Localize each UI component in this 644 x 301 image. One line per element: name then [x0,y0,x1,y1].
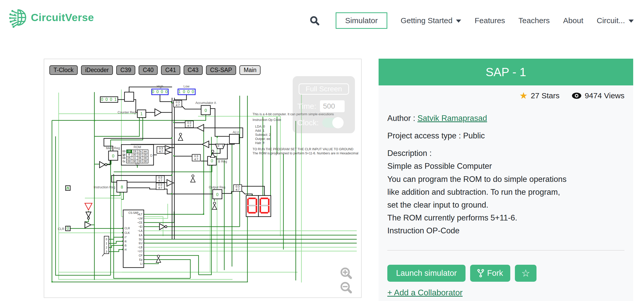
nav-circuit-menu[interactable]: Circuit... [597,16,634,25]
svg-text:0: 0 [216,192,219,197]
toggle-knob [332,117,344,128]
not-gate[interactable] [86,212,91,219]
clock-toggle[interactable] [322,118,343,128]
tab-c43[interactable]: C43 [184,65,203,75]
svg-text:CLR: CLR [124,227,130,230]
description-line: set the clear input to ground. [387,199,624,211]
svg-text:1 0 0 0: 1 0 0 0 [178,90,195,94]
svg-text:0 0 0 0: 0 0 0 0 [152,90,168,94]
svg-text:08: 08 [128,150,131,153]
access-value: Public [463,131,485,140]
tab-idecoder[interactable]: iDecoder [81,65,113,75]
nav-teachers[interactable]: Teachers [518,16,550,25]
tab-c41[interactable]: C41 [161,65,180,75]
zoom-out-icon[interactable] [339,281,353,294]
power-element[interactable] [85,203,92,210]
fork-icon [477,269,484,278]
input-word-element[interactable]: 0 0 0 1 [100,97,118,102]
add-collaborator-link[interactable]: + Add a Collaborator [387,288,463,297]
project-title: SAP - 1 [379,59,633,85]
nav-simulator[interactable]: Simulator [336,12,387,29]
svg-text:Accumulator A: Accumulator A [195,101,216,105]
bus-splitter[interactable]: 0:3 4:7 [156,176,164,182]
tab-cs-sap[interactable]: CS-SAP [206,65,236,75]
clock-element[interactable] [66,186,70,190]
svg-text:Output Reg: Output Reg [209,185,225,189]
counter-register[interactable]: Counter Reg 1 [118,110,146,118]
buffer-gate[interactable] [197,125,204,131]
bus-splitter[interactable]: 0:3 4:7 [156,183,164,190]
description-line: Instruction OP-Code [387,224,624,237]
accumulator-register[interactable]: Accumulator A 0 [195,101,216,115]
nav-about[interactable]: About [563,16,583,25]
stars-stat[interactable]: ★ 27 Stars [519,91,559,100]
mini-splitter[interactable]: 0 1 2 3 [102,236,109,256]
bus-splitter[interactable]: 0:3 4:7 [157,147,165,153]
circuit-preview-panel: T-Clock iDecoder C39 C40 C41 C43 CS-SAP … [44,59,362,298]
bus-splitter[interactable]: 0:3 4:7 [192,154,200,161]
circuit-tabs: T-Clock iDecoder C39 C40 C41 C43 CS-SAP … [49,65,261,75]
circuitverse-project-page: CircuitVerse Simulator Getting Started F… [0,0,644,301]
svg-text:EU: EU [139,242,142,245]
svg-text:0:3: 0:3 [159,147,163,150]
mem-register[interactable]: Mem Reg 0 [106,146,120,160]
svg-text:~LO: ~LO [137,250,142,253]
svg-text:CS-SAP: CS-SAP [128,211,138,214]
main-nav: Simulator Getting Started Features Teach… [309,10,634,31]
buffer-gate[interactable] [165,150,171,154]
svg-text:Mem Reg: Mem Reg [106,146,120,150]
buffer-gate[interactable] [202,141,209,148]
chevron-down-icon [629,20,634,23]
svg-text:05: 05 [128,156,131,160]
cs-sap-chip[interactable]: CS-SAP CLR CLK i7 i6 i5 i4 HLT ~LM ~CE ~… [123,210,144,268]
svg-text:D: D [150,154,153,157]
buffer-gate[interactable] [165,146,171,150]
navbar: CircuitVerse Simulator Getting Started F… [0,0,644,39]
tab-c40[interactable]: C40 [139,65,158,75]
buffer-gate[interactable] [85,222,91,228]
tab-t-clock[interactable]: T-Clock [49,65,78,75]
seven-segment-display[interactable] [246,196,271,217]
d-flipflop-block[interactable] [124,92,134,101]
svg-text:0: 0 [218,144,219,147]
launch-simulator-button[interactable]: Launch simulator [387,265,466,282]
zoom-in-icon[interactable] [339,267,353,280]
time-input[interactable] [320,100,345,112]
svg-text:ALU: ALU [233,130,239,134]
svg-text:4:7: 4:7 [236,188,239,191]
low-input-element[interactable]: Low 1 0 0 0 [178,85,195,95]
tab-c39[interactable]: C39 [116,65,135,75]
svg-text:3: 3 [106,250,107,253]
full-screen-button[interactable]: Full Screen [299,83,349,95]
bus-splitter[interactable]: 0:3 4:7 [185,121,193,128]
not-gate[interactable] [100,162,107,168]
svg-text:4:7: 4:7 [158,186,162,189]
svg-text:Subtract: 2: Subtract: 2 [255,133,271,137]
bus-splitter[interactable]: 0:3 4:7 [234,185,242,191]
svg-text:Ep: Ep [139,258,142,261]
svg-text:0:3: 0:3 [236,185,239,188]
mux-element[interactable]: 0 1 [216,144,225,149]
nav-features[interactable]: Features [475,16,505,25]
brand[interactable]: CircuitVerse [9,7,94,28]
svg-text:0: 0 [205,108,207,113]
rom-block[interactable]: ROM A D En 00 04 08 0c 08 19 2a ee [121,145,154,165]
svg-text:08: 08 [122,156,126,160]
nav-getting-started[interactable]: Getting Started [401,16,461,25]
svg-text:0: 0 [211,159,213,163]
fork-button[interactable]: Fork [470,265,510,282]
star-button[interactable]: ☆ [515,265,536,282]
clr-input-element[interactable]: CLR 0 [58,226,70,231]
author-link[interactable]: Satvik Ramaprasad [417,114,487,123]
high-input-element[interactable]: High 0 0 0 0 [152,85,168,95]
svg-text:00: 00 [138,153,141,156]
tab-main[interactable]: Main [239,65,261,75]
description-line: The ROM currently performs 5+11-6. [387,211,624,224]
alu-block[interactable]: ALU [229,130,239,144]
svg-text:Halt: ff: Halt: ff [255,141,264,145]
svg-text:Counter Reg: Counter Reg [118,111,136,114]
search-icon[interactable] [309,15,320,26]
svg-text:B Reg: B Reg [218,160,227,163]
buffer-gate[interactable] [155,109,161,116]
bus-splitter[interactable]: 0:3 4:7 [174,100,182,107]
